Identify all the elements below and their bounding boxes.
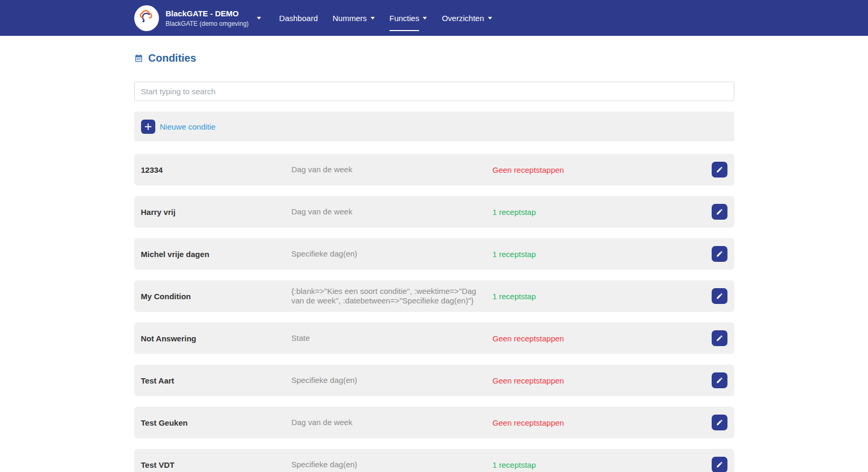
condition-row: My Condition {:blank=>"Kies een soort co…	[134, 280, 734, 312]
edit-button[interactable]	[712, 204, 727, 220]
condition-type: Dag van de week	[292, 165, 493, 174]
add-condition-button[interactable]	[141, 120, 155, 134]
condition-status: Geen receptstappen	[493, 334, 705, 343]
condition-name: My Condition	[141, 292, 292, 301]
condition-name: Michel vrije dagen	[141, 250, 292, 259]
condition-status: 1 receptstap	[493, 460, 705, 469]
condition-row: Test Geuken Dag van de week Geen recepts…	[134, 407, 734, 438]
page-title-text: Condities	[148, 52, 196, 64]
pencil-icon	[716, 250, 723, 258]
condition-row: Not Answering State Geen receptstappen	[134, 322, 734, 354]
nav-item-dashboard[interactable]: Dashboard	[272, 0, 325, 36]
pencil-icon	[716, 166, 723, 173]
condition-name: Test VDT	[141, 460, 292, 469]
chevron-down-icon	[257, 17, 261, 19]
page-title: Condities	[134, 52, 734, 64]
new-condition-link[interactable]: Nieuwe conditie	[160, 122, 216, 131]
brand-subtitle: BlackGATE (demo omgeving)	[166, 19, 249, 28]
condition-name: 12334	[141, 165, 292, 174]
nav-item-label: Functies	[390, 14, 420, 23]
condition-type: Specifieke dag(en)	[292, 460, 493, 469]
main-nav: DashboardNummersFunctiesOverzichten	[272, 0, 499, 36]
edit-button[interactable]	[712, 330, 727, 346]
condition-name: Test Geuken	[141, 418, 292, 427]
plus-icon	[145, 123, 152, 130]
nav-item-functies[interactable]: Functies	[382, 0, 435, 36]
condition-status: Geen receptstappen	[493, 165, 705, 174]
pencil-icon	[716, 208, 723, 215]
search-input[interactable]	[134, 82, 734, 101]
condition-row: Michel vrije dagen Specifieke dag(en) 1 …	[134, 238, 734, 270]
chevron-down-icon	[423, 17, 427, 19]
condition-status: 1 receptstap	[493, 292, 705, 301]
condition-status: 1 receptstap	[493, 250, 705, 259]
condition-name: Not Answering	[141, 334, 292, 343]
nav-item-label: Dashboard	[279, 14, 317, 23]
condition-row: Test Aart Specifieke dag(en) Geen recept…	[134, 365, 734, 396]
brand-logo	[134, 5, 159, 31]
edit-button[interactable]	[712, 415, 727, 430]
condition-row: Harry vrij Dag van de week 1 receptstap	[134, 196, 734, 228]
cloud-headset-icon	[138, 9, 155, 26]
condition-status: 1 receptstap	[493, 208, 705, 217]
nav-item-overzichten[interactable]: Overzichten	[434, 0, 499, 36]
condition-type: Dag van de week	[292, 418, 493, 427]
edit-button[interactable]	[712, 457, 727, 472]
edit-button[interactable]	[712, 288, 727, 304]
condition-name: Harry vrij	[141, 208, 292, 217]
chevron-down-icon	[371, 17, 375, 19]
brand-title: BlackGATE - DEMO	[166, 8, 249, 18]
calendar-icon	[134, 54, 143, 63]
nav-item-label: Overzichten	[442, 14, 484, 23]
chevron-down-icon	[488, 17, 492, 19]
brand-text: BlackGATE - DEMO BlackGATE (demo omgevin…	[166, 8, 249, 28]
pencil-icon	[716, 335, 723, 342]
pencil-icon	[716, 377, 723, 384]
edit-button[interactable]	[712, 162, 727, 178]
condition-type: Specifieke dag(en)	[292, 376, 493, 385]
condition-type: {:blank=>"Kies een soort conditie", :wee…	[292, 287, 493, 306]
condition-type: Dag van de week	[292, 207, 493, 217]
nav-item-label: Nummers	[333, 14, 367, 23]
condition-status: Geen receptstappen	[493, 376, 705, 385]
new-condition-bar: Nieuwe conditie	[134, 112, 734, 141]
navbar: BlackGATE - DEMO BlackGATE (demo omgevin…	[0, 0, 868, 36]
condition-type: State	[292, 333, 493, 343]
edit-button[interactable]	[712, 246, 727, 262]
condition-name: Test Aart	[141, 376, 292, 385]
pencil-icon	[716, 419, 723, 426]
condition-list: 12334 Dag van de week Geen receptstappen…	[134, 154, 734, 472]
edit-button[interactable]	[712, 372, 727, 388]
condition-row: Test VDT Specifieke dag(en) 1 receptstap	[134, 449, 734, 472]
condition-row: 12334 Dag van de week Geen receptstappen	[134, 154, 734, 185]
condition-status: Geen receptstappen	[493, 418, 705, 427]
pencil-icon	[716, 461, 723, 468]
brand-menu[interactable]: BlackGATE - DEMO BlackGATE (demo omgevin…	[134, 5, 262, 31]
condition-type: Specifieke dag(en)	[292, 249, 493, 259]
nav-item-nummers[interactable]: Nummers	[325, 0, 382, 36]
main-content: Condities Nieuwe conditie 12334 Dag van …	[0, 36, 868, 472]
pencil-icon	[716, 292, 723, 300]
